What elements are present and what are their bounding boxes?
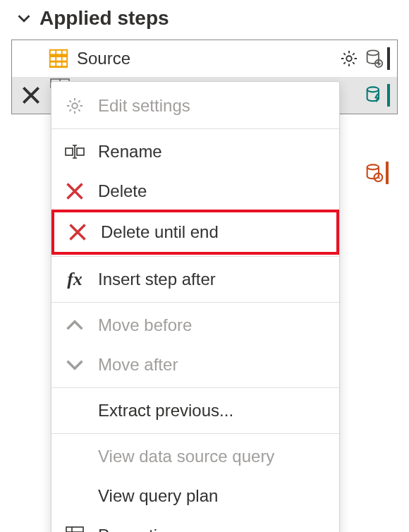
menu-label: Extract previous... — [98, 401, 233, 421]
delete-x-icon — [64, 181, 85, 202]
svg-rect-20 — [66, 148, 73, 155]
menu-divider — [51, 433, 339, 434]
svg-rect-7 — [63, 57, 67, 61]
svg-rect-21 — [77, 148, 84, 155]
menu-label: Delete — [98, 181, 147, 201]
menu-edit-settings: Edit settings — [51, 86, 339, 126]
menu-divider — [51, 387, 339, 388]
svg-rect-6 — [56, 57, 61, 61]
svg-point-17 — [367, 164, 379, 169]
database-clock-icon[interactable] — [364, 162, 389, 184]
menu-view-data-source-query: View data source query — [51, 437, 339, 476]
menu-move-before: Move before — [51, 306, 339, 345]
table-icon — [47, 47, 70, 70]
menu-label: View data source query — [98, 447, 274, 466]
menu-label: Move before — [98, 315, 192, 335]
step-actions — [338, 47, 390, 70]
accent-bar — [386, 162, 389, 184]
menu-label: Rename — [98, 142, 162, 162]
svg-point-12 — [367, 50, 379, 55]
menu-move-after: Move after — [51, 345, 339, 385]
database-lightning-icon[interactable] — [362, 84, 385, 107]
applied-steps-header[interactable]: Applied steps — [0, 0, 409, 40]
svg-rect-22 — [66, 527, 83, 532]
svg-point-19 — [72, 103, 77, 108]
database-icon[interactable] — [362, 47, 385, 70]
step-row-source[interactable]: Source — [12, 40, 397, 77]
menu-properties[interactable]: Properties... — [51, 516, 339, 532]
close-icon[interactable] — [19, 83, 43, 107]
menu-label: Properties... — [98, 526, 189, 532]
accent-bar — [387, 47, 390, 70]
svg-rect-3 — [56, 51, 61, 54]
chevron-down-icon — [17, 11, 31, 25]
rename-icon — [64, 141, 85, 162]
menu-divider — [51, 256, 339, 257]
menu-divider — [51, 128, 339, 129]
step-label: Source — [77, 49, 331, 68]
context-menu: Edit settings Rename Delete Delete until… — [51, 81, 340, 532]
step-actions — [362, 84, 390, 107]
menu-label: View query plan — [98, 486, 218, 506]
menu-delete-until-end[interactable]: Delete until end — [51, 210, 339, 255]
menu-label: Move after — [98, 355, 178, 375]
svg-rect-2 — [51, 51, 56, 54]
panel-title: Applied steps — [39, 7, 169, 30]
delete-x-icon — [67, 222, 88, 243]
properties-icon — [64, 525, 85, 532]
gear-icon[interactable] — [338, 47, 360, 70]
blank-icon — [64, 400, 85, 421]
fx-icon: fx — [64, 269, 85, 290]
accent-bar — [387, 84, 390, 107]
blank-icon — [64, 446, 85, 467]
chevron-down-icon — [64, 354, 85, 375]
menu-label: Edit settings — [98, 96, 190, 116]
menu-label: Insert step after — [98, 270, 216, 289]
blank-icon — [64, 485, 85, 507]
menu-insert-step-after[interactable]: fx Insert step after — [51, 260, 339, 299]
svg-point-16 — [367, 87, 379, 92]
svg-point-11 — [346, 56, 351, 61]
gear-icon — [64, 95, 85, 116]
svg-rect-9 — [56, 63, 61, 66]
menu-view-query-plan[interactable]: View query plan — [51, 476, 339, 516]
menu-divider — [51, 302, 339, 303]
menu-rename[interactable]: Rename — [51, 132, 339, 171]
menu-delete[interactable]: Delete — [51, 171, 339, 211]
svg-rect-10 — [63, 63, 67, 66]
chevron-up-icon — [64, 315, 85, 336]
svg-rect-5 — [51, 57, 56, 61]
svg-rect-4 — [63, 51, 67, 54]
svg-rect-8 — [51, 63, 56, 66]
menu-label: Delete until end — [101, 222, 219, 242]
menu-extract-previous[interactable]: Extract previous... — [51, 391, 339, 430]
